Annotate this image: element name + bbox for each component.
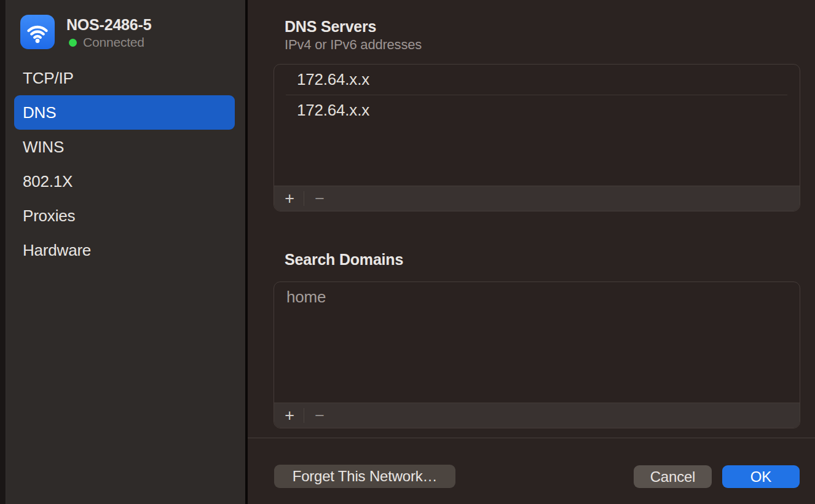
dns-server-row[interactable]: 172.64.x.x: [274, 95, 800, 125]
network-detail-sidebar: NOS-2486-5 Connected TCP/IP DNS WINS 802…: [6, 0, 245, 504]
sidebar-item-proxies[interactable]: Proxies: [14, 199, 235, 233]
remove-dns-server-button[interactable]: −: [310, 186, 329, 211]
sidebar-item-wins[interactable]: WINS: [14, 130, 235, 164]
sidebar-item-label: DNS: [23, 103, 56, 122]
dns-servers-subtitle: IPv4 or IPv6 addresses: [285, 37, 422, 53]
cancel-button[interactable]: Cancel: [634, 465, 712, 488]
dns-servers-rows: 172.64.x.x 172.64.x.x: [274, 65, 800, 125]
search-domains-toolbar: + −: [274, 403, 800, 428]
search-domain-row[interactable]: home: [274, 282, 800, 312]
toolbar-divider: [304, 191, 304, 206]
sidebar-menu: TCP/IP DNS WINS 802.1X Proxies Hardware: [6, 61, 245, 267]
footer-divider: [248, 438, 815, 438]
add-dns-server-button[interactable]: +: [280, 186, 299, 211]
sidebar-item-label: Hardware: [23, 241, 91, 260]
window-edge-strip: [0, 0, 6, 504]
search-domains-list: home + −: [274, 282, 800, 428]
dns-server-row[interactable]: 172.64.x.x: [274, 65, 800, 95]
dns-settings-panel: DNS Servers IPv4 or IPv6 addresses 172.6…: [248, 0, 815, 504]
toolbar-divider: [304, 408, 304, 423]
connected-status-dot: [69, 39, 77, 47]
sidebar-item-hardware[interactable]: Hardware: [14, 233, 235, 267]
sidebar-item-label: Proxies: [23, 207, 75, 226]
sidebar-item-label: WINS: [23, 138, 64, 157]
ok-button[interactable]: OK: [722, 465, 800, 488]
search-domains-title: Search Domains: [285, 251, 403, 269]
search-domain-value: home: [286, 288, 326, 307]
dns-servers-title: DNS Servers: [285, 18, 376, 36]
connected-status-label: Connected: [83, 35, 144, 50]
dns-servers-toolbar: + −: [274, 186, 800, 211]
dns-servers-list: 172.64.x.x 172.64.x.x + −: [274, 64, 800, 211]
connection-status: Connected: [69, 36, 144, 49]
wifi-icon: [20, 15, 55, 49]
network-header: NOS-2486-5 Connected: [6, 0, 245, 59]
sidebar-item-tcpip[interactable]: TCP/IP: [14, 61, 235, 95]
add-search-domain-button[interactable]: +: [280, 403, 299, 428]
sidebar-item-8021x[interactable]: 802.1X: [14, 164, 235, 199]
sidebar-item-label: TCP/IP: [23, 69, 74, 88]
dns-server-value: 172.64.x.x: [297, 101, 369, 120]
remove-search-domain-button[interactable]: −: [310, 403, 329, 428]
forget-network-button[interactable]: Forget This Network…: [274, 465, 455, 488]
sidebar-item-label: 802.1X: [23, 172, 73, 191]
sidebar-item-dns[interactable]: DNS: [14, 95, 235, 130]
search-domains-rows: home: [274, 282, 800, 312]
dns-server-value: 172.64.x.x: [297, 70, 369, 89]
network-name: NOS-2486-5: [66, 16, 151, 34]
